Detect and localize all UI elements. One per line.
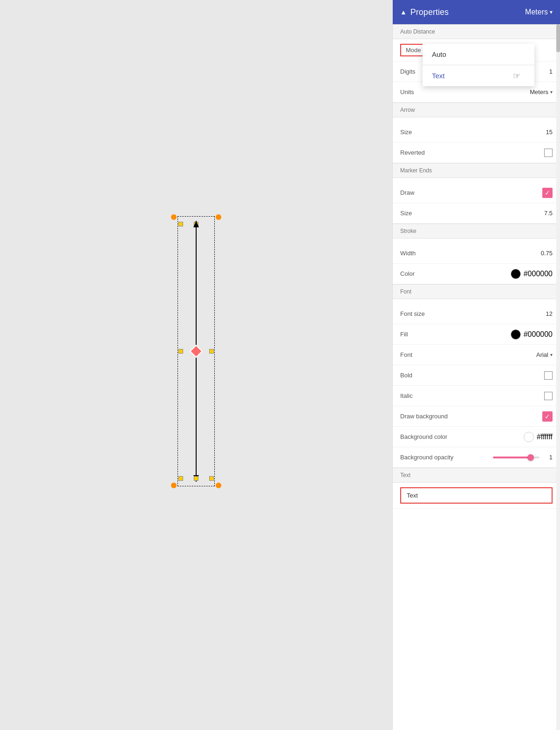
panel-body: Auto Distance Mode Digits 1 Units Meters… xyxy=(393,24,560,730)
bg-color-label: Background color xyxy=(400,433,524,440)
dropdown-item-auto[interactable]: Auto xyxy=(423,44,534,65)
font-value: Arial xyxy=(536,351,548,358)
dropdown-chevron-icon: ▾ xyxy=(550,9,553,15)
italic-checkbox[interactable] xyxy=(544,392,553,400)
arrow-section-spacer xyxy=(393,117,560,122)
section-auto-distance: Auto Distance xyxy=(393,24,560,39)
draw-checkbox[interactable]: ✓ xyxy=(542,188,553,198)
bold-label: Bold xyxy=(400,372,544,379)
section-text: Text xyxy=(393,468,560,483)
section-font: Font xyxy=(393,284,560,299)
bg-color-hex: #ffffff xyxy=(537,433,553,441)
marker-size-label: Size xyxy=(400,210,544,217)
handle-top-left[interactable] xyxy=(171,214,177,220)
stroke-width-label: Width xyxy=(400,250,541,257)
stroke-color-label: Color xyxy=(400,270,511,277)
font-dropdown-arrow: ▾ xyxy=(550,352,553,357)
section-arrow: Arrow xyxy=(393,102,560,117)
stroke-color-hex: #000000 xyxy=(524,270,553,278)
font-size-value[interactable]: 12 xyxy=(546,310,553,317)
bg-opacity-value: 1 xyxy=(543,454,553,461)
collapse-icon[interactable]: ▲ xyxy=(400,8,407,16)
scrollbar[interactable] xyxy=(556,24,560,730)
handle-bottom-mid-left[interactable] xyxy=(178,476,183,481)
units-label-row: Units xyxy=(400,89,530,96)
panel-header: ▲ Properties Meters ▾ xyxy=(393,0,560,24)
stroke-color-picker[interactable]: #000000 xyxy=(511,269,553,279)
text-input-row xyxy=(393,483,560,509)
handle-mid-left[interactable] xyxy=(178,349,183,354)
cursor-hand-icon: ☞ xyxy=(513,71,520,81)
draw-background-row: Draw background ✓ xyxy=(393,406,560,427)
reverted-row: Reverted xyxy=(393,143,560,163)
font-dropdown[interactable]: Arial ▾ xyxy=(536,351,553,358)
text-input[interactable] xyxy=(400,487,553,504)
handle-bottom-right[interactable] xyxy=(216,483,221,488)
dimension-line-container[interactable] xyxy=(168,211,224,491)
arrow-size-value[interactable]: 15 xyxy=(546,129,553,136)
handle-top-mid-left[interactable] xyxy=(178,222,183,226)
dropdown-menu: Auto Text ☞ xyxy=(423,44,534,86)
marker-size-row: Size 7.5 xyxy=(393,203,560,224)
bg-opacity-label: Background opacity xyxy=(400,454,477,461)
reverted-label: Reverted xyxy=(400,149,544,156)
font-size-label: Font size xyxy=(400,310,546,317)
panel-title: Properties xyxy=(410,7,449,17)
fill-label: Fill xyxy=(400,331,511,338)
marker-size-value[interactable]: 7.5 xyxy=(544,210,553,217)
fill-hex: #000000 xyxy=(524,330,553,339)
units-dropdown[interactable]: Meters ▾ xyxy=(530,89,553,96)
section-stroke: Stroke xyxy=(393,224,560,239)
units-value: Meters xyxy=(530,89,548,96)
dropdown-item-text[interactable]: Text ☞ xyxy=(423,65,534,86)
stroke-color-swatch[interactable] xyxy=(511,269,521,279)
stroke-section-spacer xyxy=(393,239,560,243)
section-marker-ends: Marker Ends xyxy=(393,163,560,178)
bold-row: Bold xyxy=(393,365,560,386)
italic-label: Italic xyxy=(400,392,544,399)
bg-opacity-slider-container: 1 xyxy=(477,454,553,461)
font-label: Font xyxy=(400,351,536,358)
bg-color-row: Background color #ffffff xyxy=(393,427,560,447)
draw-background-label: Draw background xyxy=(400,413,542,420)
italic-row: Italic xyxy=(393,386,560,406)
canvas-area xyxy=(0,0,392,730)
units-selector[interactable]: Meters ▾ xyxy=(525,8,553,16)
marker-section-spacer xyxy=(393,178,560,183)
font-size-row: Font size 12 xyxy=(393,304,560,324)
bg-opacity-row: Background opacity 1 xyxy=(393,447,560,468)
stroke-color-row: Color #000000 xyxy=(393,264,560,284)
arrow-size-row: Size 15 xyxy=(393,122,560,143)
stroke-width-value[interactable]: 0.75 xyxy=(541,250,553,257)
units-dropdown-arrow: ▾ xyxy=(550,89,553,95)
bold-checkbox[interactable] xyxy=(544,371,553,380)
draw-background-checkbox[interactable]: ✓ xyxy=(542,411,553,422)
handle-bottom-mid-right[interactable] xyxy=(209,476,214,481)
font-section-spacer xyxy=(393,299,560,304)
handle-top-right[interactable] xyxy=(216,214,221,220)
units-label: Meters xyxy=(525,8,548,16)
properties-panel: ▲ Properties Meters ▾ Auto Distance Mode… xyxy=(392,0,560,730)
bg-color-swatch[interactable] xyxy=(524,432,534,442)
dropdown-overlay: Auto Text ☞ xyxy=(393,44,560,86)
fill-color-swatch[interactable] xyxy=(511,329,521,340)
bg-color-picker[interactable]: #ffffff xyxy=(524,432,553,442)
handle-bottom-left[interactable] xyxy=(171,483,177,488)
arrow-size-label: Size xyxy=(400,129,546,136)
bg-opacity-slider[interactable] xyxy=(493,457,540,458)
fill-color-picker[interactable]: #000000 xyxy=(511,329,553,340)
handle-bottom-mid-center[interactable] xyxy=(194,476,198,481)
stroke-width-row: Width 0.75 xyxy=(393,243,560,264)
font-name-row: Font Arial ▾ xyxy=(393,345,560,365)
fill-row: Fill #000000 xyxy=(393,324,560,345)
panel-header-left: ▲ Properties xyxy=(400,7,449,17)
reverted-checkbox[interactable] xyxy=(544,149,553,157)
draw-row: Draw ✓ xyxy=(393,183,560,203)
handle-mid-right[interactable] xyxy=(209,349,214,354)
slider-thumb xyxy=(527,454,534,461)
draw-label: Draw xyxy=(400,189,542,196)
